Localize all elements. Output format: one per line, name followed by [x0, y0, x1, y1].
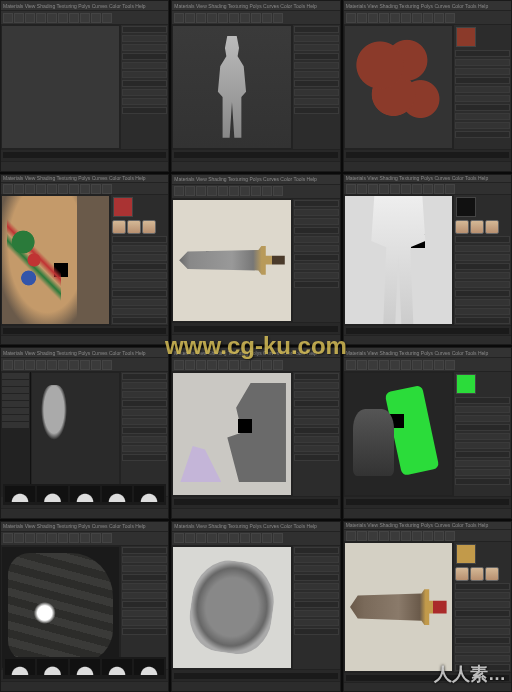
tool-button[interactable]: [207, 186, 217, 196]
property-row[interactable]: [122, 62, 167, 69]
tool-button[interactable]: [14, 533, 24, 543]
property-row[interactable]: [294, 601, 339, 608]
menubar[interactable]: Materials View Shading Texturing Polys C…: [1, 175, 168, 184]
properties-panel[interactable]: [453, 25, 511, 149]
property-row[interactable]: [294, 409, 339, 416]
tool-button[interactable]: [69, 360, 79, 370]
tool-button[interactable]: [58, 533, 68, 543]
property-row[interactable]: [455, 290, 510, 297]
texture-thumb[interactable]: [127, 220, 141, 234]
property-row[interactable]: [455, 59, 510, 66]
property-row[interactable]: [294, 200, 339, 207]
property-row[interactable]: [112, 245, 167, 252]
property-row[interactable]: [294, 107, 339, 114]
tool-button[interactable]: [423, 184, 433, 194]
timeline[interactable]: [172, 149, 339, 161]
property-row[interactable]: [455, 406, 510, 413]
toolbar[interactable]: [344, 11, 511, 25]
properties-panel[interactable]: [110, 195, 168, 325]
property-row[interactable]: [294, 583, 339, 590]
tool-button[interactable]: [251, 186, 261, 196]
material-swatch[interactable]: [113, 197, 133, 217]
property-row[interactable]: [294, 454, 339, 461]
timeline[interactable]: [344, 496, 511, 508]
property-row[interactable]: [122, 445, 167, 452]
tool-button[interactable]: [357, 360, 367, 370]
property-row[interactable]: [112, 290, 167, 297]
property-row[interactable]: [122, 98, 167, 105]
property-row[interactable]: [294, 35, 339, 42]
properties-panel[interactable]: [453, 542, 511, 672]
property-row[interactable]: [112, 281, 167, 288]
tool-button[interactable]: [273, 13, 283, 23]
toolbar[interactable]: [344, 183, 511, 195]
tool-button[interactable]: [445, 184, 455, 194]
tool-button[interactable]: [218, 13, 228, 23]
menubar[interactable]: Materials View Shading Texturing Polys C…: [344, 175, 511, 184]
menubar[interactable]: Materials View Shading Texturing Polys C…: [172, 522, 339, 532]
property-row[interactable]: [122, 26, 167, 33]
viewport-3d[interactable]: [172, 25, 291, 149]
tool-button[interactable]: [434, 360, 444, 370]
property-row[interactable]: [455, 236, 510, 243]
tool-button[interactable]: [218, 533, 228, 543]
tool-button[interactable]: [445, 13, 455, 23]
tool-button[interactable]: [102, 360, 112, 370]
property-row[interactable]: [455, 592, 510, 599]
tool-button[interactable]: [47, 360, 57, 370]
tool-button[interactable]: [36, 13, 46, 23]
property-row[interactable]: [455, 104, 510, 111]
property-row[interactable]: [294, 80, 339, 87]
material-swatch[interactable]: [456, 197, 476, 217]
property-row[interactable]: [455, 442, 510, 449]
property-row[interactable]: [294, 272, 339, 279]
tool-button[interactable]: [412, 360, 422, 370]
tool-button[interactable]: [434, 184, 444, 194]
menubar[interactable]: Materials View Shading Texturing Polys C…: [344, 522, 511, 531]
property-row[interactable]: [455, 415, 510, 422]
tool-button[interactable]: [3, 184, 13, 194]
property-row[interactable]: [455, 478, 510, 485]
timeline[interactable]: [172, 496, 339, 508]
toolbar[interactable]: [1, 11, 168, 25]
tool-button[interactable]: [229, 13, 239, 23]
property-row[interactable]: [122, 547, 167, 554]
properties-panel[interactable]: [120, 546, 168, 670]
tool-button[interactable]: [207, 533, 217, 543]
tool-button[interactable]: [240, 360, 250, 370]
tool-button[interactable]: [14, 184, 24, 194]
property-row[interactable]: [455, 451, 510, 458]
properties-panel[interactable]: [120, 372, 168, 496]
tool-button[interactable]: [36, 533, 46, 543]
property-row[interactable]: [455, 601, 510, 608]
property-row[interactable]: [455, 77, 510, 84]
property-row[interactable]: [455, 281, 510, 288]
property-row[interactable]: [294, 610, 339, 617]
toolbar[interactable]: [172, 358, 339, 372]
tool-button[interactable]: [196, 533, 206, 543]
property-row[interactable]: [455, 50, 510, 57]
material-swatch[interactable]: [456, 374, 476, 394]
tool-button[interactable]: [412, 184, 422, 194]
property-row[interactable]: [122, 436, 167, 443]
tool-button[interactable]: [445, 360, 455, 370]
brush-curves[interactable]: [3, 657, 166, 677]
tool-button[interactable]: [196, 186, 206, 196]
property-row[interactable]: [122, 382, 167, 389]
tool-button[interactable]: [3, 360, 13, 370]
menubar[interactable]: Materials View Shading Texturing Polys C…: [344, 348, 511, 358]
tool-button[interactable]: [3, 533, 13, 543]
tool-button[interactable]: [401, 184, 411, 194]
tool-button[interactable]: [379, 184, 389, 194]
tool-button[interactable]: [91, 360, 101, 370]
tool-button[interactable]: [25, 360, 35, 370]
tool-button[interactable]: [174, 533, 184, 543]
property-row[interactable]: [294, 400, 339, 407]
properties-panel[interactable]: [120, 25, 168, 149]
tool-button[interactable]: [185, 13, 195, 23]
property-row[interactable]: [122, 35, 167, 42]
property-row[interactable]: [122, 373, 167, 380]
property-row[interactable]: [294, 44, 339, 51]
tool-button[interactable]: [401, 13, 411, 23]
tool-button[interactable]: [218, 186, 228, 196]
